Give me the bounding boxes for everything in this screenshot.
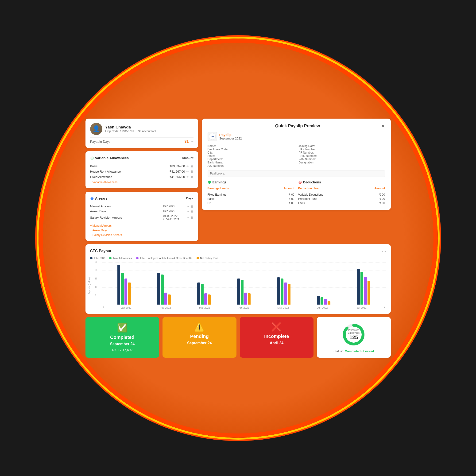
bar — [368, 281, 370, 305]
status-label-text: Status: — [333, 349, 343, 353]
earnings-section: ⊕ Earnings Earnings Heads Amount Fixed E… — [208, 180, 294, 205]
allowances-title: ⊕ Variable Allowances — [90, 155, 129, 161]
processed-label: Processed Employees — [348, 329, 359, 334]
bar — [204, 293, 207, 305]
employee-info: Yash Chawda Emp Code: 123456789 | Sr. Ac… — [105, 125, 156, 133]
bar-group — [197, 283, 211, 305]
company-logo: THE — [208, 132, 217, 141]
bar — [241, 280, 243, 304]
payslip-info-left: Name: Employee Code: City: State: Depart… — [208, 144, 294, 168]
bar-group — [118, 265, 131, 305]
info-esic: ESIC Number: — [299, 154, 385, 158]
chart-area-wrapper: Payouts (Lakhs) 25 20 15 10 5 ‹ Jan — [90, 262, 386, 309]
bar — [201, 284, 204, 304]
bar — [168, 294, 171, 305]
payslip-company-name: Payslip — [219, 133, 242, 137]
chart-y-label: Payouts (Lakhs) — [88, 277, 90, 294]
top-row: 👤 Yash Chawda Emp Code: 123456789 | Sr. … — [85, 119, 391, 241]
deductions-section: ⊖ Deductions Deduction Head Amount Varia… — [298, 180, 385, 205]
close-button[interactable]: ✕ — [381, 123, 385, 129]
edit-icon[interactable]: ✏ — [187, 209, 189, 213]
edit-icon[interactable]: ✏ — [187, 204, 189, 208]
arrear-actions: ✏ 🗑 — [187, 204, 193, 208]
edit-icon[interactable]: ✏ — [187, 170, 189, 173]
allowance-value: ₹41,666.00 ✏ 🗑 — [170, 175, 193, 179]
company-logo-icon: THE — [208, 133, 216, 140]
chart-menu-icon[interactable]: ··· — [382, 248, 386, 254]
earnings-deductions-grid: ⊕ Earnings Earnings Heads Amount Fixed E… — [208, 180, 385, 205]
payslip-preview-card: Quick Payslip Preview ✕ THE Payslip Sept… — [202, 119, 391, 210]
payslip-period: September 2022 — [219, 137, 242, 140]
bottom-row: ✅ Completed September 24 Rs. 17,17,692 ⚠… — [85, 317, 391, 358]
bar — [328, 301, 330, 305]
bar — [244, 293, 247, 305]
background-circle: 👤 Yash Chawda Emp Code: 123456789 | Sr. … — [38, 38, 438, 438]
bar — [324, 299, 327, 305]
info-emp-code: Employee Code: — [208, 148, 294, 151]
bar — [321, 297, 323, 305]
completed-icon: ✅ — [117, 323, 128, 333]
deduction-row: ESIC₹ 00 — [298, 201, 385, 205]
edit-icon[interactable]: ✏ — [187, 175, 189, 179]
info-name: Name: — [208, 144, 294, 148]
edit-icon[interactable]: ✏ — [187, 164, 189, 168]
bar-group-inner — [197, 283, 211, 305]
bar — [237, 278, 240, 305]
delete-icon[interactable]: 🗑 — [190, 209, 193, 213]
pending-date: September 24 — [187, 341, 212, 345]
allowances-list: Basic ₹83,334.00 ✏ 🗑 House Rent Allowanc… — [90, 163, 193, 180]
allowances-col-label: Amount — [182, 156, 193, 160]
info-uan: UAN Number: — [299, 148, 385, 151]
legend-item: Total CTC — [90, 257, 105, 259]
payable-days-value: 31 ✏ — [185, 139, 193, 144]
earnings-title: ⊕ Earnings — [208, 180, 294, 185]
chart-next-arrow[interactable]: › — [384, 305, 385, 309]
arrear-name: Salary Revision Arrears — [90, 216, 163, 219]
employee-code-designation: Emp Code: 123456789 | Sr. Accountant — [105, 130, 156, 133]
x-label: Jun 2022 — [303, 306, 342, 309]
paid-leave-label: Paid Leave: — [210, 172, 225, 175]
bar-group-inner — [357, 269, 370, 305]
edit-icon[interactable]: ✏ — [187, 216, 189, 219]
delete-icon[interactable]: 🗑 — [190, 204, 193, 208]
add-arrear-link[interactable]: + Manual Arrears — [90, 224, 193, 227]
chart-title: CTC Payout — [90, 249, 112, 253]
add-variable-allowances-link[interactable]: + Variable Allowances — [90, 181, 118, 184]
delete-icon[interactable]: 🗑 — [190, 164, 193, 168]
edit-icon[interactable]: ✏ — [191, 140, 193, 143]
add-arrear-link[interactable]: + Salary Revision Arrears — [90, 233, 193, 237]
variable-allowances-card: ⊕ Variable Allowances Amount Basic ₹83,3… — [85, 151, 198, 188]
ctc-payout-chart-card: CTC Payout ··· Total CTCTotal Allowances… — [85, 244, 391, 314]
employee-card: 👤 Yash Chawda Emp Code: 123456789 | Sr. … — [85, 119, 198, 148]
arrears-header: ⊕ Arrears Days — [90, 196, 193, 201]
arrear-actions: ✏ 🗑 — [187, 216, 193, 219]
delete-icon[interactable]: 🗑 — [190, 175, 193, 179]
bar — [281, 278, 283, 305]
info-joining: Joining Date: — [299, 144, 385, 148]
delete-icon[interactable]: 🗑 — [190, 170, 193, 173]
deductions-rows: Variable Deductions₹ 00Provident Fund₹ 0… — [298, 193, 385, 205]
arrear-row: Arrear Days Dec 2022 ✏ 🗑 — [90, 209, 193, 214]
allowance-name: Basic — [90, 164, 98, 168]
payslip-modal-title: Quick Payslip Preview — [214, 123, 381, 128]
x-label: Mar 2022 — [185, 306, 224, 309]
svg-text:THE: THE — [210, 136, 214, 138]
payslip-header: Quick Payslip Preview ✕ — [208, 123, 385, 129]
deduction-row: Variable Deductions₹ 00 — [298, 193, 385, 197]
allowance-row: Fixed Allowance ₹41,666.00 ✏ 🗑 — [90, 174, 193, 180]
bar-group — [277, 277, 290, 305]
employee-name: Yash Chawda — [105, 125, 156, 130]
bar — [317, 296, 320, 304]
arrears-list: Manual Arrears Dec 2022 ✏ 🗑 Arrear Days … — [90, 204, 193, 222]
arrear-date: Dec 2022 — [163, 204, 187, 208]
add-arrear-link[interactable]: + Arrear Days — [90, 229, 193, 232]
earning-row: Fixed Earnings₹ 00 — [208, 193, 294, 197]
bar-group-inner — [157, 273, 171, 305]
completed-card: ✅ Completed September 24 Rs. 17,17,692 — [85, 317, 159, 358]
allowance-value: ₹83,334.00 ✏ 🗑 — [170, 164, 193, 168]
bar-group-inner — [317, 296, 330, 304]
deductions-col-headers: Deduction Head Amount — [298, 187, 385, 191]
bar — [357, 269, 360, 305]
bar — [121, 273, 124, 305]
delete-icon[interactable]: 🗑 — [190, 216, 193, 219]
